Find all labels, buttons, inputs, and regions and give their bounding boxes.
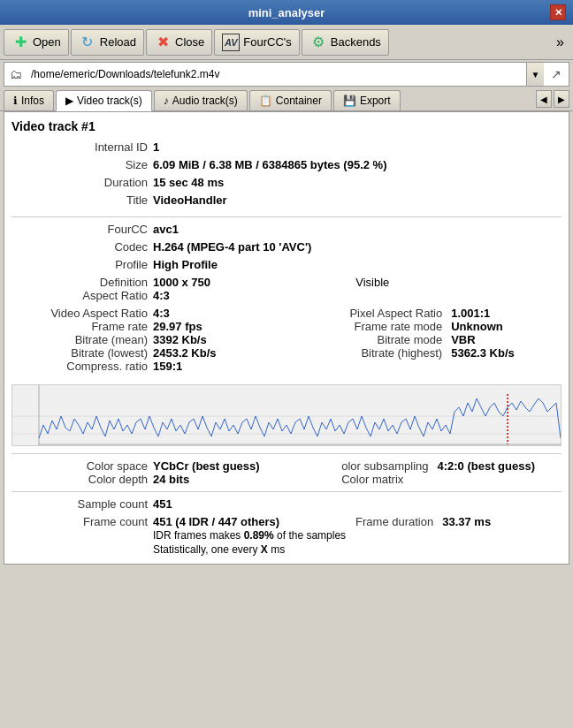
idr-note-2-text: Statistically, one every: [153, 543, 261, 556]
more-button[interactable]: »: [551, 31, 569, 54]
idr-percent: 0.89%: [244, 529, 274, 542]
idr-interval: X: [261, 543, 268, 556]
tab-prev-button[interactable]: ◀: [536, 90, 552, 108]
definition-value: 1000 x 750: [153, 276, 320, 289]
size-row: Size 6.09 MiB / 6.38 MB / 6384865 bytes …: [11, 158, 562, 176]
bitrate-chart: [11, 384, 562, 446]
profile-value: High Profile: [153, 258, 562, 271]
idr-note-1: IDR frames makes 0.89% of the samples: [153, 528, 562, 542]
color-depth-row: Color depth 24 bits Color matrix: [11, 473, 562, 486]
backends-icon: ⚙: [309, 34, 327, 51]
tab-audio-tracks[interactable]: ♪ Audio track(s): [154, 90, 248, 110]
svg-rect-0: [12, 385, 561, 445]
open-label: Open: [33, 35, 61, 49]
path-icon: 🗂: [4, 67, 27, 81]
reload-label: Reload: [100, 35, 136, 49]
idr-note-1-suffix: of the samples: [274, 529, 346, 542]
tab-infos[interactable]: ℹ Infos: [4, 90, 54, 110]
sample-count-value: 451: [153, 497, 562, 511]
fourcc-label: FourCC: [11, 223, 153, 236]
tab-nav: ◀ ▶: [536, 90, 569, 110]
file-path: /home/emeric/Downloads/telefunk2.m4v: [27, 68, 526, 80]
video-aspect-ratio-value: 4:3: [153, 307, 341, 320]
fourcc-label: FourCC's: [243, 35, 292, 49]
toolbar: ✚ Open ↻ Reload ✖ Close AV FourCC's ⚙ Ba…: [0, 25, 573, 60]
internal-id-value: 1: [153, 140, 562, 154]
close-label: Close: [175, 35, 204, 49]
tab-video-label: Video track(s): [77, 95, 142, 107]
bitrate-lowest-value: 2453.2 Kb/s: [153, 346, 341, 360]
export-icon: 💾: [343, 95, 356, 107]
stats-section: Sample count 451 Frame count 451 (4 IDR …: [11, 497, 562, 557]
color-subsampling-label: olor subsampling: [341, 459, 433, 473]
bitrate-mode-label: Bitrate mode: [341, 333, 447, 346]
frame-duration-value: 33.37 ms: [442, 515, 491, 528]
duration-row: Duration 15 sec 48 ms: [11, 176, 562, 193]
bitrate-highest-value: 5362.3 Kb/s: [451, 346, 515, 360]
color-space-row: Color space YCbCr (best guess) olor subs…: [11, 459, 562, 473]
fourcc-value: avc1: [153, 223, 562, 236]
frame-rate-label: Frame rate: [11, 320, 153, 333]
video-track-title: Video track #1: [11, 119, 562, 133]
size-label: Size: [11, 158, 153, 171]
title-row: Title VideoHandler: [11, 193, 562, 211]
definition-label: Definition: [11, 276, 153, 289]
frame-count-row: Frame count 451 (4 IDR / 447 others) Fra…: [11, 515, 562, 528]
reload-button[interactable]: ↻ Reload: [71, 29, 144, 56]
pixel-aspect-ratio-label: Pixel Aspect Ratio: [341, 307, 447, 320]
profile-row: Profile High Profile: [11, 258, 562, 276]
duration-value: 15 sec 48 ms: [153, 176, 562, 189]
tab-container-label: Container: [276, 95, 322, 107]
bitrate-mean-label: Bitrate (mean): [11, 333, 153, 346]
fourcc-row: FourCC avc1: [11, 223, 562, 240]
bitrate-mean-value: 3392 Kb/s: [153, 333, 341, 346]
codec-value: H.264 (MPEG-4 part 10 'AVC'): [153, 240, 562, 254]
tab-container[interactable]: 📋 Container: [249, 90, 332, 110]
sample-count-row: Sample count 451: [11, 497, 562, 515]
pixel-aspect-ratio-value: 1.001:1: [451, 307, 490, 320]
color-space-label: Color space: [11, 459, 153, 473]
codec-row: Codec H.264 (MPEG-4 part 10 'AVC'): [11, 240, 562, 258]
aspect-ratio-value: 4:3: [153, 289, 562, 302]
window-title: mini_analyser: [23, 6, 550, 19]
sample-count-label: Sample count: [11, 497, 153, 511]
tab-next-button[interactable]: ▶: [554, 90, 569, 108]
frame-count-label: Frame count: [11, 515, 153, 528]
idr-note-2: Statistically, one every X ms: [153, 542, 562, 557]
fourcc-button[interactable]: AV FourCC's: [214, 29, 300, 56]
frame-duration-label: Frame duration: [341, 515, 439, 528]
idr-note-2-suffix: ms: [268, 543, 285, 556]
frame-rate-value: 29.97 fps: [153, 320, 341, 333]
infos-icon: ℹ: [13, 95, 18, 107]
definition-extra: Visible: [355, 276, 562, 289]
tab-export[interactable]: 💾 Export: [333, 90, 401, 110]
path-dropdown-button[interactable]: ▼: [526, 63, 544, 86]
bitrate-lowhigh-row: Bitrate (lowest) 2453.2 Kb/s Bitrate (hi…: [11, 346, 562, 360]
open-icon: ✚: [11, 34, 29, 51]
frame-rate-mode-value: Unknown: [451, 320, 503, 333]
open-button[interactable]: ✚ Open: [4, 29, 69, 56]
frame-rate-row: Frame rate 29.97 fps Frame rate mode Unk…: [11, 320, 562, 333]
color-matrix-label: Color matrix: [341, 473, 409, 486]
backends-button[interactable]: ⚙ Backends: [302, 29, 389, 56]
path-external-button[interactable]: ↗: [544, 63, 569, 86]
color-depth-label: Color depth: [11, 473, 153, 486]
tab-video-tracks[interactable]: ▶ Video track(s): [56, 90, 152, 111]
container-icon: 📋: [259, 95, 272, 107]
idr-note-1-text: IDR frames makes: [153, 529, 244, 542]
internal-id-row: Internal ID 1: [11, 140, 562, 158]
close-window-button[interactable]: ✕: [550, 4, 566, 20]
aspect-ratio-label: Aspect Ratio: [11, 289, 153, 302]
size-value: 6.09 MiB / 6.38 MB / 6384865 bytes (95.2…: [153, 158, 562, 171]
video-pixel-aspect-row: Video Aspect Ratio 4:3 Pixel Aspect Rati…: [11, 307, 562, 320]
tab-export-label: Export: [360, 95, 391, 107]
bitrate-highest-label: Bitrate (highest): [341, 346, 447, 360]
codec-label: Codec: [11, 240, 153, 254]
profile-label: Profile: [11, 258, 153, 271]
close-button[interactable]: ✖ Close: [146, 29, 212, 56]
compress-ratio-value: 159:1: [153, 360, 562, 373]
bitrate-mean-row: Bitrate (mean) 3392 Kb/s Bitrate mode VB…: [11, 333, 562, 346]
reload-icon: ↻: [79, 34, 96, 51]
audio-icon: ♪: [164, 95, 169, 107]
title-bar: mini_analyser ✕: [0, 0, 573, 25]
